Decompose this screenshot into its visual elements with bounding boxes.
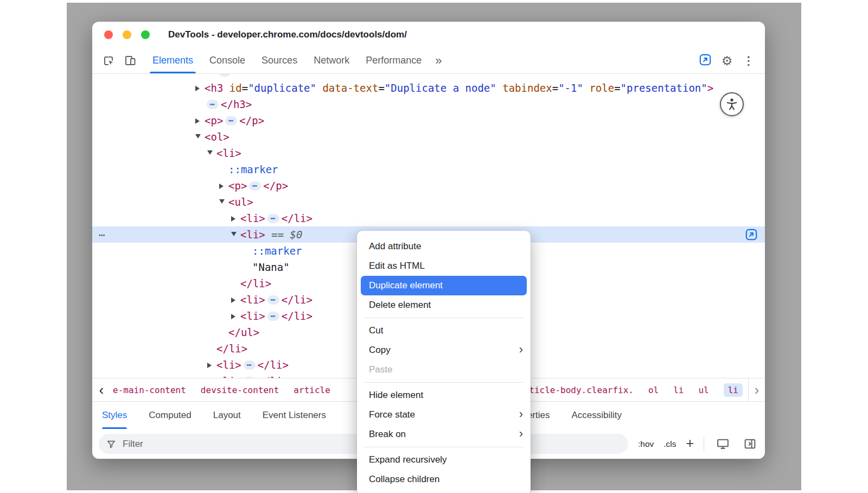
menu-item-hide-element[interactable]: Hide element bbox=[357, 385, 531, 405]
expand-arrow-icon[interactable] bbox=[231, 292, 240, 308]
code-tag: <li> bbox=[240, 294, 265, 306]
breadcrumb-item[interactable]: article bbox=[293, 385, 330, 395]
code-equals: == bbox=[265, 229, 290, 241]
menu-item-delete-element[interactable]: Delete element bbox=[357, 295, 531, 315]
inline-expand-icon[interactable]: ⋯ bbox=[267, 214, 279, 223]
accessibility-overlay-button[interactable] bbox=[720, 92, 744, 116]
expand-arrow-icon[interactable] bbox=[231, 210, 240, 226]
menu-item-copy[interactable]: Copy› bbox=[357, 340, 531, 360]
breadcrumb-item-selected[interactable]: li bbox=[724, 383, 743, 397]
devtools-toolbar: ElementsConsoleSourcesNetworkPerformance… bbox=[92, 48, 765, 74]
dom-tree-row[interactable]: <li>⋯</li> bbox=[92, 210, 765, 226]
dom-tree-row[interactable]: <h3 id="duplicate" data-text="Duplicate … bbox=[92, 80, 765, 96]
tab-computed[interactable]: Computed bbox=[149, 402, 191, 429]
dom-tree-row[interactable]: <li> bbox=[92, 145, 765, 161]
breadcrumb-item[interactable]: ul bbox=[698, 385, 709, 395]
expand-arrow-icon[interactable] bbox=[207, 373, 216, 378]
breadcrumb-item[interactable]: rticle-body.clearfix. bbox=[524, 385, 634, 395]
toggle-sidebar-icon[interactable] bbox=[741, 434, 758, 454]
code-punct: = bbox=[242, 82, 248, 94]
settings-gear-icon[interactable]: ⚙ bbox=[716, 49, 738, 72]
expand-arrow-icon[interactable] bbox=[195, 80, 205, 96]
dom-tree-row[interactable]: <ul> bbox=[92, 194, 765, 210]
tab-event-listeners[interactable]: Event Listeners bbox=[263, 402, 326, 429]
expand-arrow-icon[interactable] bbox=[219, 178, 228, 194]
toggle-element-state-button[interactable]: :hov bbox=[638, 439, 654, 449]
zoom-window-button[interactable] bbox=[141, 30, 150, 39]
menu-item-break-on[interactable]: Break on› bbox=[357, 425, 531, 444]
selected-element-adorner-icon[interactable] bbox=[744, 227, 758, 242]
code-tag: </p> bbox=[263, 180, 288, 192]
breadcrumb-item[interactable]: ol bbox=[648, 385, 659, 395]
element-classes-button[interactable]: .cls bbox=[663, 439, 676, 449]
dom-tree-row[interactable]: ⋯</h3> bbox=[92, 96, 765, 112]
menu-item-expand-recursively[interactable]: Expand recursively bbox=[357, 450, 531, 470]
inline-expand-icon[interactable]: ⋯ bbox=[225, 116, 237, 125]
tab-layout[interactable]: Layout bbox=[213, 402, 241, 429]
collapse-arrow-icon[interactable] bbox=[207, 145, 216, 161]
dom-tree-row[interactable]: ::marker bbox=[92, 161, 765, 178]
code-tag: </li> bbox=[258, 375, 289, 378]
new-style-rule-icon[interactable]: + bbox=[686, 435, 694, 451]
submenu-chevron-icon: › bbox=[519, 340, 523, 359]
breadcrumb-item[interactable]: li bbox=[673, 385, 684, 395]
code-tag: <ol> bbox=[205, 131, 229, 143]
dom-tree-row[interactable]: ⋯ bbox=[92, 74, 765, 80]
close-window-button[interactable] bbox=[104, 30, 113, 39]
menu-item-duplicate-element[interactable]: Duplicate element bbox=[361, 276, 527, 295]
dom-tree-row[interactable]: <p>⋯</p> bbox=[92, 178, 765, 194]
code-punct bbox=[316, 82, 322, 94]
inline-expand-icon[interactable]: ⋯ bbox=[267, 312, 279, 321]
breadcrumb-item[interactable]: devsite-content bbox=[201, 385, 279, 395]
context-menu: Add attributeEdit as HTMLDuplicate eleme… bbox=[357, 231, 531, 493]
collapse-arrow-icon[interactable] bbox=[219, 194, 228, 210]
code-tag: </li> bbox=[282, 310, 312, 322]
inline-expand-icon[interactable]: ⋯ bbox=[244, 377, 256, 378]
expand-arrow-icon[interactable] bbox=[207, 357, 216, 373]
code-dollar-ref: $0 bbox=[290, 229, 303, 241]
row-overflow-dots[interactable]: ⋯ bbox=[99, 226, 105, 243]
tab-styles[interactable]: Styles bbox=[102, 402, 127, 429]
inline-expand-icon[interactable]: ⋯ bbox=[244, 361, 256, 370]
code-text-node: "Nana" bbox=[252, 261, 290, 273]
inline-expand-icon[interactable]: ⋯ bbox=[267, 295, 279, 305]
kebab-menu-icon[interactable]: ⋮ bbox=[738, 49, 760, 72]
breadcrumb-item[interactable]: e-main-content bbox=[113, 385, 186, 395]
inline-expand-icon[interactable]: ⋯ bbox=[219, 74, 231, 77]
inspect-icon[interactable] bbox=[98, 49, 119, 72]
menu-item-collapse-children[interactable]: Collapse children bbox=[357, 470, 531, 489]
rendering-emulations-icon[interactable] bbox=[714, 434, 731, 454]
expand-arrow-icon[interactable] bbox=[195, 112, 205, 129]
code-attr-value: "Duplicate a node" bbox=[385, 82, 496, 94]
breadcrumb-scroll-left-icon[interactable]: ‹ bbox=[92, 378, 111, 401]
code-tag: <li> bbox=[216, 359, 241, 371]
code-pseudo-element: ::marker bbox=[252, 245, 302, 257]
device-toolbar-icon[interactable] bbox=[119, 49, 141, 72]
more-tabs-icon[interactable]: » bbox=[430, 49, 447, 73]
code-pseudo-element: ::marker bbox=[228, 163, 278, 175]
dom-tree-row[interactable]: <ol> bbox=[92, 129, 765, 145]
minimize-window-button[interactable] bbox=[123, 30, 131, 39]
inline-expand-icon[interactable]: ⋯ bbox=[207, 100, 219, 109]
tab-console[interactable]: Console bbox=[201, 48, 253, 73]
menu-item-cut[interactable]: Cut bbox=[357, 321, 531, 340]
collapse-arrow-icon[interactable] bbox=[195, 129, 205, 145]
expand-arrow-icon[interactable] bbox=[231, 308, 240, 324]
menu-item-add-attribute[interactable]: Add attribute bbox=[357, 237, 531, 256]
code-tag: <li> bbox=[240, 212, 265, 224]
accessibility-person-icon bbox=[725, 97, 739, 111]
inline-expand-icon[interactable]: ⋯ bbox=[249, 181, 261, 191]
tab-performance[interactable]: Performance bbox=[358, 48, 430, 73]
dom-tree-row[interactable]: <p>⋯</p> bbox=[92, 112, 765, 129]
pick-element-icon[interactable] bbox=[694, 49, 716, 72]
tab-accessibility[interactable]: Accessibility bbox=[571, 402, 622, 429]
window-titlebar: DevTools - developer.chrome.com/docs/dev… bbox=[92, 22, 765, 48]
tab-elements[interactable]: Elements bbox=[144, 48, 201, 73]
menu-item-edit-as-html[interactable]: Edit as HTML bbox=[357, 256, 531, 276]
breadcrumb-scroll-right-icon[interactable]: › bbox=[748, 378, 765, 401]
tab-sources[interactable]: Sources bbox=[253, 48, 305, 73]
menu-item-force-state[interactable]: Force state› bbox=[357, 405, 531, 425]
collapse-arrow-icon[interactable] bbox=[231, 226, 240, 243]
tab-network[interactable]: Network bbox=[305, 48, 358, 73]
menu-separator bbox=[364, 318, 524, 318]
